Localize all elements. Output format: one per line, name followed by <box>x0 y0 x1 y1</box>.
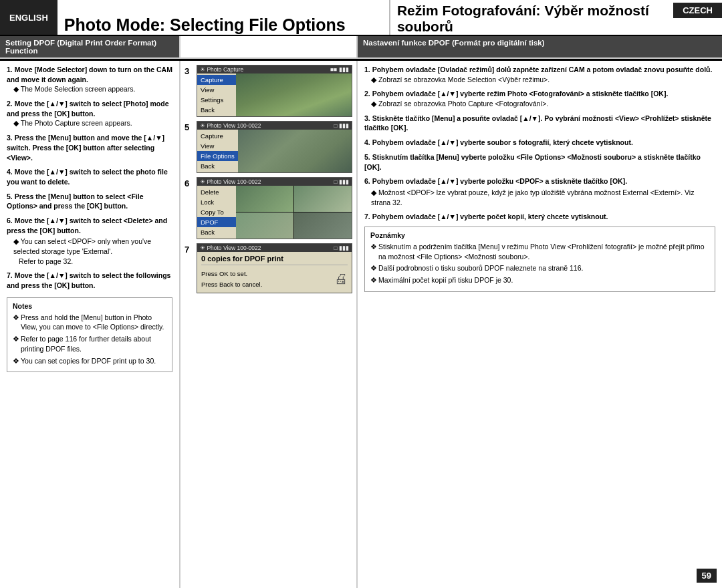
note-cz-3: Maximální počet kopií při tisku DPOF je … <box>370 275 709 285</box>
lang-badge-czech: CZECH <box>673 3 722 18</box>
screen6-topbar: ☀ Photo View 100-0022 □ ▮▮▮ <box>197 178 352 186</box>
screen3-wrapper: 3 ☀ Photo Capture ■■ ▮▮▮ Capture View <box>185 65 352 117</box>
menu-item-delete: Delete <box>197 187 236 197</box>
step-cz-1: 1. Pohybem ovladače [Ovladač režimů] dol… <box>364 65 715 84</box>
page-wrapper: ENGLISH Photo Mode: Selecting File Optio… <box>0 0 722 588</box>
note-cz-1: Stisknutím a podržením tlačítka [Menu] v… <box>370 242 709 261</box>
section-header-right: Nastavení funkce DPOF (Formát pro digitá… <box>358 36 722 57</box>
step-cz-2: 2. Pohybem ovladače [▲/▼] vyberte režim … <box>364 89 715 108</box>
menu-item-lock: Lock <box>197 197 236 207</box>
step-cz-7: 7. Pohybem ovladače [▲/▼] vyberte počet … <box>364 212 715 222</box>
menu-item-view5: View <box>197 141 238 151</box>
menu-item-dpof: DPOF <box>197 217 236 227</box>
camera-screen-3: ☀ Photo Capture ■■ ▮▮▮ Capture View Sett… <box>197 65 352 117</box>
note-en-2: Refer to page 116 for further details ab… <box>13 334 166 353</box>
menu-item-back6: Back <box>197 227 236 237</box>
page-number: 59 <box>697 569 717 583</box>
menu-item-back5: Back <box>197 161 238 171</box>
camera-screen-7: ☀ Photo View 100-0022 □ ▮▮▮ 0 copies for… <box>197 243 352 293</box>
screen7-topbar: ☀ Photo View 100-0022 □ ▮▮▮ <box>197 244 352 252</box>
menu-item-capture: Capture <box>197 75 236 85</box>
screen6-wrapper: 6 ☀ Photo View 100-0022 □ ▮▮▮ Delete Loc… <box>185 177 352 239</box>
step-cz-5: 5. Stisknutím tlačítka [Menu] vyberte po… <box>364 152 715 172</box>
step-cz-6: 6. Pohybem ovladače [▲/▼] vyberte položk… <box>364 176 715 207</box>
dpof-press-rows: Press OK to set. Press Back to cancel. 🖨 <box>201 267 348 290</box>
title-english: Photo Mode: Selecting File Options <box>64 15 346 35</box>
notes-title: Notes <box>13 302 166 310</box>
screen7-dpof: 0 copies for DPOF print Press OK to set.… <box>197 252 352 293</box>
screen5-photo <box>238 130 352 172</box>
step-en-1: 1. Move [Mode Selector] down to turn on … <box>7 65 172 94</box>
camera-screen-6: ☀ Photo View 100-0022 □ ▮▮▮ Delete Lock … <box>197 177 352 239</box>
body-section: 1. Move [Mode Selector] down to turn on … <box>0 61 722 588</box>
screen3-topbar: ☀ Photo Capture ■■ ▮▮▮ <box>197 65 352 74</box>
step-en-3: 3. Press the [Menu] button and move the … <box>7 133 172 162</box>
menu-item-capture5: Capture <box>197 131 238 141</box>
step-label-6: 6 <box>185 178 194 188</box>
screen6-body: Delete Lock Copy To DPOF Back <box>197 186 352 239</box>
menu-item-back: Back <box>197 105 236 115</box>
lang-badge-english: ENGLISH <box>0 0 57 35</box>
menu-item-settings: Settings <box>197 95 236 105</box>
czech-steps-column: 1. Pohybem ovladače [Ovladač režimů] dol… <box>358 61 722 588</box>
screen6-menu: Delete Lock Copy To DPOF Back <box>197 186 236 239</box>
screen5-menu: Capture View File Options Back <box>197 130 238 172</box>
dpof-copies-row: 0 copies for DPOF print <box>201 255 348 265</box>
notes-box-english: Notes Press and hold the [Menu] button i… <box>7 297 172 372</box>
step-cz-4: 4. Pohybem ovladače [▲/▼] vyberte soubor… <box>364 138 715 148</box>
note-en-3: You can set copies for DPOF print up to … <box>13 356 166 366</box>
step-en-4: 4. Move the [▲/▼] switch to select the p… <box>7 167 172 186</box>
notes-box-czech: Poznámky Stisknutím a podržením tlačítka… <box>364 227 715 292</box>
screens-column: 3 ☀ Photo Capture ■■ ▮▮▮ Capture View <box>180 61 358 588</box>
step-en-6: 6. Move the [▲/▼] switch to select <Dele… <box>7 216 172 266</box>
note-en-1: Press and hold the [Menu] button in Phot… <box>13 313 166 332</box>
step-label-7: 7 <box>185 245 194 255</box>
step-en-5: 5. Press the [Menu] button to select <Fi… <box>7 192 172 211</box>
english-steps-column: 1. Move [Mode Selector] down to turn on … <box>0 61 180 588</box>
screen3-photo <box>236 74 352 116</box>
menu-item-view: View <box>197 85 236 95</box>
note-cz-2: Další podrobnosti o tisku souborů DPOF n… <box>370 263 709 273</box>
step-en-2: 2. Move the [▲/▼] switch to select [Phot… <box>7 99 172 128</box>
step-cz-3: 3. Stiskněte tlačítko [Menu] a posuňte o… <box>364 114 715 133</box>
section-header-left: Setting DPOF (Digital Print Order Format… <box>0 36 180 57</box>
screen3-body: Capture View Settings Back <box>197 74 352 116</box>
step-en-7: 7. Move the [▲/▼] switch to select the f… <box>7 271 172 290</box>
screen3-menu: Capture View Settings Back <box>197 74 236 116</box>
printer-icon: 🖨 <box>334 267 348 290</box>
screen7-wrapper: 7 ☀ Photo View 100-0022 □ ▮▮▮ 0 copies f… <box>185 243 352 293</box>
screen6-photo <box>236 186 352 239</box>
step-label-3: 3 <box>185 66 194 76</box>
menu-item-fileoptions: File Options <box>197 151 238 161</box>
poznámky-title: Poznámky <box>370 231 709 239</box>
step-label-5: 5 <box>185 122 194 132</box>
camera-screen-5: ☀ Photo View 100-0022 □ ▮▮▮ Capture View… <box>197 121 352 173</box>
screen5-topbar: ☀ Photo View 100-0022 □ ▮▮▮ <box>197 122 352 130</box>
menu-item-copyto: Copy To <box>197 207 236 217</box>
screen5-body: Capture View File Options Back <box>197 130 352 172</box>
header-section: ENGLISH Photo Mode: Selecting File Optio… <box>0 0 722 61</box>
title-czech: Režim Fotografování: Výběr možností soub… <box>397 3 668 35</box>
screen5-wrapper: 5 ☀ Photo View 100-0022 □ ▮▮▮ Capture Vi… <box>185 121 352 173</box>
